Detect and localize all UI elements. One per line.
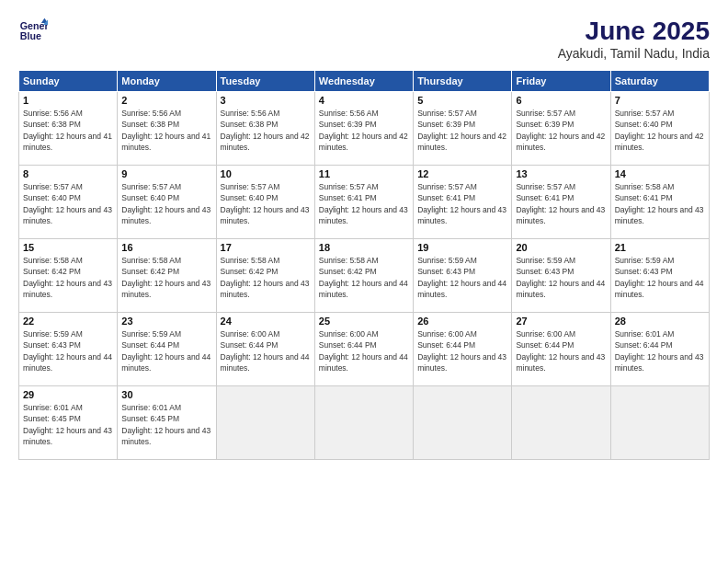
day-info: Sunrise: 5:58 AMSunset: 6:42 PMDaylight:… — [121, 255, 211, 300]
day-number: 12 — [417, 168, 507, 179]
day-cell-11: 11Sunrise: 5:57 AMSunset: 6:41 PMDayligh… — [314, 166, 413, 239]
day-number: 5 — [417, 95, 507, 106]
day-info: Sunrise: 5:57 AMSunset: 6:40 PMDaylight:… — [121, 181, 211, 226]
day-number: 20 — [516, 242, 606, 253]
day-info: Sunrise: 5:56 AMSunset: 6:38 PMDaylight:… — [23, 108, 113, 153]
page: General Blue June 2025 Ayakudi, Tamil Na… — [0, 0, 728, 563]
day-number: 22 — [23, 316, 113, 327]
day-number: 30 — [121, 389, 211, 400]
day-info: Sunrise: 6:01 AMSunset: 6:45 PMDaylight:… — [121, 402, 211, 447]
day-info: Sunrise: 5:56 AMSunset: 6:39 PMDaylight:… — [319, 108, 409, 153]
calendar-title: June 2025 — [558, 17, 710, 46]
weekday-wednesday: Wednesday — [314, 71, 413, 92]
day-cell-30: 30Sunrise: 6:01 AMSunset: 6:45 PMDayligh… — [118, 386, 216, 460]
day-info: Sunrise: 5:58 AMSunset: 6:41 PMDaylight:… — [615, 181, 705, 226]
day-cell-15: 15Sunrise: 5:58 AMSunset: 6:42 PMDayligh… — [19, 239, 118, 313]
day-info: Sunrise: 5:59 AMSunset: 6:43 PMDaylight:… — [615, 255, 705, 300]
day-cell-28: 28Sunrise: 6:01 AMSunset: 6:44 PMDayligh… — [610, 313, 709, 386]
header: General Blue June 2025 Ayakudi, Tamil Na… — [18, 17, 710, 61]
day-number: 26 — [417, 316, 507, 327]
day-number: 23 — [121, 316, 211, 327]
empty-cell — [610, 386, 709, 460]
day-number: 21 — [615, 242, 705, 253]
day-info: Sunrise: 6:00 AMSunset: 6:44 PMDaylight:… — [417, 328, 507, 373]
weekday-sunday: Sunday — [19, 71, 118, 92]
day-info: Sunrise: 5:58 AMSunset: 6:42 PMDaylight:… — [221, 255, 311, 300]
day-number: 10 — [221, 168, 311, 179]
day-cell-12: 12Sunrise: 5:57 AMSunset: 6:41 PMDayligh… — [414, 166, 512, 239]
day-info: Sunrise: 5:59 AMSunset: 6:44 PMDaylight:… — [121, 328, 211, 373]
day-cell-25: 25Sunrise: 6:00 AMSunset: 6:44 PMDayligh… — [314, 313, 413, 386]
empty-cell — [216, 386, 314, 460]
day-cell-13: 13Sunrise: 5:57 AMSunset: 6:41 PMDayligh… — [512, 166, 610, 239]
calendar-subtitle: Ayakudi, Tamil Nadu, India — [558, 46, 710, 61]
calendar-row-4: 22Sunrise: 5:59 AMSunset: 6:43 PMDayligh… — [19, 313, 710, 386]
calendar-row-1: 1Sunrise: 5:56 AMSunset: 6:38 PMDaylight… — [19, 92, 710, 166]
calendar-row-3: 15Sunrise: 5:58 AMSunset: 6:42 PMDayligh… — [19, 239, 710, 313]
svg-text:Blue: Blue — [20, 30, 41, 41]
day-number: 2 — [121, 95, 211, 106]
day-number: 19 — [417, 242, 507, 253]
day-info: Sunrise: 6:00 AMSunset: 6:44 PMDaylight:… — [319, 328, 409, 373]
day-number: 27 — [516, 316, 606, 327]
day-number: 4 — [319, 95, 409, 106]
generalblue-logo-icon: General Blue — [18, 17, 48, 46]
day-cell-3: 3Sunrise: 5:56 AMSunset: 6:38 PMDaylight… — [216, 92, 314, 166]
calendar-row-2: 8Sunrise: 5:57 AMSunset: 6:40 PMDaylight… — [19, 166, 710, 239]
day-number: 24 — [221, 316, 311, 327]
day-info: Sunrise: 5:56 AMSunset: 6:38 PMDaylight:… — [121, 108, 211, 153]
day-info: Sunrise: 5:57 AMSunset: 6:41 PMDaylight:… — [417, 181, 507, 226]
day-cell-9: 9Sunrise: 5:57 AMSunset: 6:40 PMDaylight… — [118, 166, 216, 239]
day-info: Sunrise: 6:01 AMSunset: 6:44 PMDaylight:… — [615, 328, 705, 373]
day-info: Sunrise: 5:57 AMSunset: 6:39 PMDaylight:… — [516, 108, 606, 153]
day-info: Sunrise: 5:59 AMSunset: 6:43 PMDaylight:… — [516, 255, 606, 300]
day-number: 1 — [23, 95, 113, 106]
day-info: Sunrise: 5:58 AMSunset: 6:42 PMDaylight:… — [23, 255, 113, 300]
day-cell-4: 4Sunrise: 5:56 AMSunset: 6:39 PMDaylight… — [314, 92, 413, 166]
title-block: June 2025 Ayakudi, Tamil Nadu, India — [558, 17, 710, 61]
weekday-saturday: Saturday — [610, 71, 709, 92]
calendar-row-5: 29Sunrise: 6:01 AMSunset: 6:45 PMDayligh… — [19, 386, 710, 460]
day-info: Sunrise: 5:56 AMSunset: 6:38 PMDaylight:… — [221, 108, 311, 153]
day-info: Sunrise: 5:57 AMSunset: 6:40 PMDaylight:… — [221, 181, 311, 226]
day-number: 11 — [319, 168, 409, 179]
weekday-tuesday: Tuesday — [216, 71, 314, 92]
day-number: 7 — [615, 95, 705, 106]
day-cell-10: 10Sunrise: 5:57 AMSunset: 6:40 PMDayligh… — [216, 166, 314, 239]
weekday-friday: Friday — [512, 71, 610, 92]
day-cell-2: 2Sunrise: 5:56 AMSunset: 6:38 PMDaylight… — [118, 92, 216, 166]
day-cell-1: 1Sunrise: 5:56 AMSunset: 6:38 PMDaylight… — [19, 92, 118, 166]
day-info: Sunrise: 5:57 AMSunset: 6:41 PMDaylight:… — [516, 181, 606, 226]
day-cell-20: 20Sunrise: 5:59 AMSunset: 6:43 PMDayligh… — [512, 239, 610, 313]
empty-cell — [414, 386, 512, 460]
day-cell-7: 7Sunrise: 5:57 AMSunset: 6:40 PMDaylight… — [610, 92, 709, 166]
day-cell-19: 19Sunrise: 5:59 AMSunset: 6:43 PMDayligh… — [414, 239, 512, 313]
day-info: Sunrise: 5:57 AMSunset: 6:40 PMDaylight:… — [23, 181, 113, 226]
day-number: 3 — [221, 95, 311, 106]
day-info: Sunrise: 6:01 AMSunset: 6:45 PMDaylight:… — [23, 402, 113, 447]
day-cell-6: 6Sunrise: 5:57 AMSunset: 6:39 PMDaylight… — [512, 92, 610, 166]
day-number: 17 — [221, 242, 311, 253]
day-cell-14: 14Sunrise: 5:58 AMSunset: 6:41 PMDayligh… — [610, 166, 709, 239]
day-cell-26: 26Sunrise: 6:00 AMSunset: 6:44 PMDayligh… — [414, 313, 512, 386]
day-cell-8: 8Sunrise: 5:57 AMSunset: 6:40 PMDaylight… — [19, 166, 118, 239]
day-cell-27: 27Sunrise: 6:00 AMSunset: 6:44 PMDayligh… — [512, 313, 610, 386]
empty-cell — [512, 386, 610, 460]
day-number: 9 — [121, 168, 211, 179]
day-info: Sunrise: 5:59 AMSunset: 6:43 PMDaylight:… — [417, 255, 507, 300]
day-number: 28 — [615, 316, 705, 327]
day-info: Sunrise: 6:00 AMSunset: 6:44 PMDaylight:… — [516, 328, 606, 373]
day-info: Sunrise: 5:58 AMSunset: 6:42 PMDaylight:… — [319, 255, 409, 300]
day-cell-5: 5Sunrise: 5:57 AMSunset: 6:39 PMDaylight… — [414, 92, 512, 166]
day-info: Sunrise: 5:59 AMSunset: 6:43 PMDaylight:… — [23, 328, 113, 373]
logo: General Blue — [18, 17, 48, 46]
day-number: 29 — [23, 389, 113, 400]
day-info: Sunrise: 6:00 AMSunset: 6:44 PMDaylight:… — [221, 328, 311, 373]
day-cell-18: 18Sunrise: 5:58 AMSunset: 6:42 PMDayligh… — [314, 239, 413, 313]
day-number: 15 — [23, 242, 113, 253]
day-number: 13 — [516, 168, 606, 179]
day-number: 8 — [23, 168, 113, 179]
weekday-monday: Monday — [118, 71, 216, 92]
day-cell-22: 22Sunrise: 5:59 AMSunset: 6:43 PMDayligh… — [19, 313, 118, 386]
day-cell-21: 21Sunrise: 5:59 AMSunset: 6:43 PMDayligh… — [610, 239, 709, 313]
